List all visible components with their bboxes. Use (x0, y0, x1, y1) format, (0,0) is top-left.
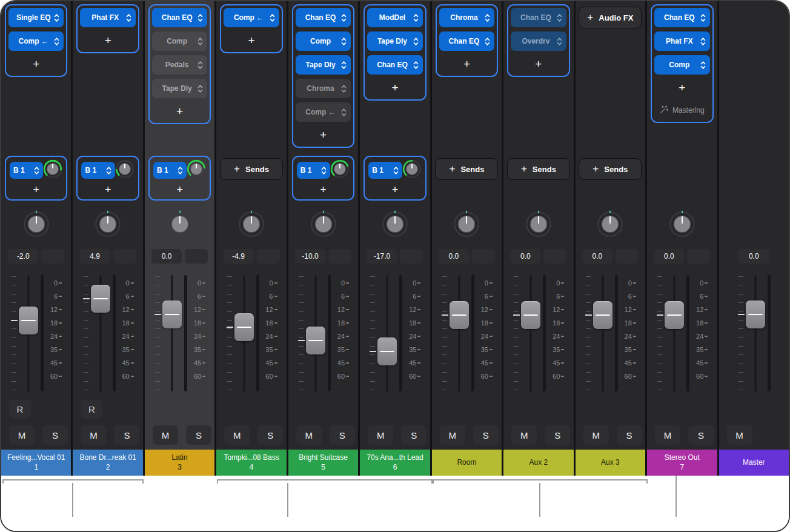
mute-button[interactable]: M (727, 425, 752, 445)
plugin-slot-chan-eq[interactable]: Chan EQ (511, 8, 566, 27)
mute-button[interactable]: M (511, 425, 537, 445)
mute-button[interactable]: M (224, 425, 250, 445)
channel-name-label[interactable]: Bright Suitcase5 (288, 450, 358, 476)
add-sends-button[interactable]: +Sends (507, 158, 570, 180)
channel-name-label[interactable]: 70s Ana...th Lead6 (360, 450, 430, 476)
plugin-slot-tape-dly[interactable]: Tape Dly (152, 79, 207, 98)
pan-knob[interactable] (596, 210, 624, 241)
fader-track[interactable] (234, 274, 254, 393)
add-plugin-button[interactable]: + (8, 55, 64, 73)
add-plugin-button[interactable]: + (511, 55, 566, 73)
plugin-slot-chan-eq[interactable]: Chan EQ (439, 32, 494, 51)
channel-name-label[interactable]: Feeling...Vocal 011 (1, 450, 71, 476)
volume-display[interactable]: 0.0 (510, 249, 540, 264)
plugin-slot-chan-eq[interactable]: Chan EQ (367, 55, 422, 75)
plugin-slot-phat-fx[interactable]: Phat FX (80, 8, 135, 27)
solo-button[interactable]: S (186, 425, 211, 445)
solo-button[interactable]: S (545, 425, 570, 445)
add-plugin-button[interactable]: + (367, 79, 422, 97)
fader-track[interactable] (593, 274, 612, 393)
add-sends-button[interactable]: +Sends (579, 158, 642, 180)
add-plugin-button[interactable]: + (439, 55, 494, 73)
pan-knob[interactable] (166, 210, 194, 241)
fader-track[interactable] (306, 274, 325, 393)
add-send-button[interactable]: + (367, 181, 422, 198)
record-enable-button[interactable]: R (9, 400, 31, 419)
volume-display[interactable]: -2.0 (8, 249, 38, 264)
solo-button[interactable]: S (330, 425, 355, 445)
fader-track[interactable] (521, 274, 540, 393)
add-send-button[interactable]: + (80, 181, 135, 198)
pan-knob[interactable] (381, 210, 409, 241)
fader-track[interactable] (450, 274, 469, 393)
fader-handle[interactable] (162, 301, 182, 328)
add-sends-button[interactable]: +Sends (435, 158, 498, 180)
plugin-slot-tape-dly[interactable]: Tape Dly (367, 32, 422, 51)
fader-track[interactable] (91, 274, 110, 393)
send-bus-select[interactable]: B 1 (368, 162, 402, 179)
pan-knob[interactable] (525, 210, 553, 241)
solo-button[interactable]: S (617, 425, 642, 445)
add-plugin-button[interactable]: + (296, 126, 351, 144)
volume-display[interactable]: 0.0 (582, 249, 612, 264)
pan-knob[interactable] (453, 210, 480, 241)
volume-display[interactable]: -17.0 (367, 249, 397, 264)
fader-handle[interactable] (19, 307, 38, 334)
send-level-knob[interactable] (115, 159, 134, 181)
add-send-button[interactable]: + (152, 181, 207, 198)
send-bus-select[interactable]: B 1 (81, 162, 115, 179)
channel-name-label[interactable]: Latin3 (145, 450, 214, 476)
solo-button[interactable]: S (401, 425, 427, 445)
channel-name-label[interactable]: Master (719, 450, 789, 476)
fader-track[interactable] (19, 274, 38, 393)
plugin-slot-chan-eq[interactable]: Chan EQ (152, 8, 207, 27)
fader-track[interactable] (162, 274, 182, 393)
add-plugin-button[interactable]: + (80, 32, 135, 50)
fader-handle[interactable] (593, 301, 612, 329)
channel-name-label[interactable]: Aux 2 (503, 450, 573, 476)
fader-handle[interactable] (377, 337, 397, 365)
channel-name-label[interactable]: Bone Dr...reak 012 (73, 450, 142, 476)
channel-name-label[interactable]: Tompki...08 Bass4 (216, 450, 286, 476)
add-plugin-button[interactable]: + (654, 79, 709, 97)
solo-button[interactable]: S (42, 425, 68, 445)
add-send-button[interactable]: + (296, 181, 351, 198)
plugin-slot-moddel[interactable]: ModDel (367, 8, 422, 27)
pan-knob[interactable] (94, 210, 122, 241)
pan-knob[interactable] (668, 210, 696, 241)
plugin-slot-chroma[interactable]: Chroma (439, 8, 494, 27)
plugin-slot-chroma[interactable]: Chroma (296, 79, 351, 98)
plugin-slot-overdrv[interactable]: Overdrv (511, 32, 566, 51)
mute-button[interactable]: M (655, 425, 680, 445)
volume-display[interactable]: 0.0 (439, 249, 469, 264)
record-enable-button[interactable]: R (81, 400, 102, 419)
plugin-slot-chan-eq[interactable]: Chan EQ (296, 8, 351, 27)
solo-button[interactable]: S (114, 425, 139, 445)
fader-handle[interactable] (234, 313, 254, 341)
volume-display[interactable]: -10.0 (295, 249, 325, 264)
channel-name-label[interactable]: Room (432, 450, 502, 476)
fader-handle[interactable] (306, 327, 325, 354)
solo-button[interactable]: S (473, 425, 499, 445)
mute-button[interactable]: M (583, 425, 609, 445)
mute-button[interactable]: M (9, 425, 35, 445)
send-level-knob[interactable] (187, 159, 206, 181)
solo-button[interactable]: S (257, 425, 283, 445)
add-send-button[interactable]: + (8, 181, 64, 198)
fader-track[interactable] (665, 274, 684, 393)
channel-name-label[interactable]: Aux 3 (576, 450, 645, 476)
fader-handle[interactable] (450, 301, 469, 329)
fader-track[interactable] (377, 274, 397, 393)
fader-handle[interactable] (521, 301, 540, 329)
volume-display[interactable]: 0.0 (654, 249, 684, 264)
add-sends-button[interactable]: +Sends (220, 158, 283, 180)
fader-handle[interactable] (91, 285, 110, 313)
volume-display[interactable]: 0.0 (151, 249, 182, 264)
mute-button[interactable]: M (153, 425, 178, 445)
plugin-slot-comp[interactable]: Comp (654, 55, 709, 75)
add-audio-fx-button[interactable]: +Audio FX (579, 7, 642, 28)
mute-button[interactable]: M (81, 425, 106, 445)
channel-name-label[interactable]: Stereo Out7 (647, 450, 717, 476)
fader-track[interactable] (746, 274, 765, 393)
send-bus-select[interactable]: B 1 (297, 162, 330, 179)
